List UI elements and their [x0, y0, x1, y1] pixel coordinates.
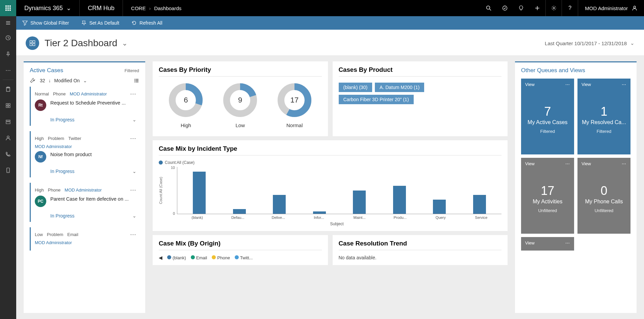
lightbulb-icon[interactable] — [513, 0, 529, 16]
topbar-actions: ? — [481, 0, 578, 16]
product-tag[interactable]: Carbon Fiber 3D Printer 20" (1) — [339, 95, 414, 104]
bar[interactable] — [193, 172, 206, 214]
dashboard-title-dropdown[interactable]: Tier 2 Dashboard ⌄ — [45, 38, 128, 49]
queue-tile[interactable]: View ⋯ 1 My Resolved Ca... Filtered — [577, 79, 630, 154]
list-view-icon[interactable] — [134, 78, 139, 83]
app-launcher-button[interactable] — [0, 0, 16, 16]
tile-label: My Phone Calls — [585, 199, 623, 205]
case-owner[interactable]: MOD Administrator — [65, 187, 102, 193]
chevron-down-icon[interactable]: ⌄ — [132, 169, 136, 174]
chart-title: Case Resolution Trend — [339, 240, 502, 247]
more-icon[interactable]: ⋯ — [565, 161, 570, 166]
sort-field[interactable]: Modified On — [54, 78, 80, 83]
legend-item[interactable]: Phone — [212, 255, 230, 260]
breadcrumb-current[interactable]: Dashboards — [154, 5, 181, 11]
bar[interactable] — [393, 186, 406, 214]
donut-chart[interactable]: 17 Normal — [277, 83, 312, 128]
bar[interactable] — [313, 211, 326, 214]
nav-pinned-icon[interactable] — [0, 46, 16, 62]
refresh-all-button[interactable]: Refresh All — [125, 20, 169, 26]
date-range-dropdown[interactable]: Last Quarter 10/1/2017 - 12/31/2018 ⌄ — [545, 40, 635, 46]
chevron-down-icon[interactable]: ⌄ — [83, 78, 87, 83]
show-global-filter-button[interactable]: Show Global Filter — [16, 20, 75, 26]
case-owner[interactable]: MOD Administrator — [70, 91, 107, 96]
case-owner[interactable]: MOD Administrator — [35, 240, 72, 245]
chevron-down-icon[interactable]: ⌄ — [132, 213, 136, 219]
donut-chart[interactable]: 6 High — [168, 83, 203, 128]
brand-dropdown[interactable]: Dynamics 365 ⌄ — [16, 0, 80, 16]
more-icon[interactable]: ⋯ — [565, 240, 570, 245]
case-status: In Progress — [50, 169, 75, 174]
legend-item[interactable]: Twitt... — [235, 255, 253, 260]
help-icon[interactable]: ? — [562, 0, 578, 16]
queue-tile[interactable]: View ⋯ 7 My Active Cases Filtered — [521, 79, 574, 154]
refresh-icon — [131, 20, 137, 26]
more-icon[interactable]: ⋯ — [622, 82, 626, 87]
nav-contacts-icon[interactable] — [0, 130, 16, 146]
bar[interactable] — [233, 209, 246, 214]
case-title: Parent Case for Item defective on ... — [50, 196, 129, 202]
wrench-icon[interactable] — [30, 78, 35, 83]
queue-tile[interactable]: View ⋯ 0 My Phone Calls Unfiltered — [577, 158, 630, 234]
more-icon[interactable]: ⋯ — [130, 90, 136, 97]
case-priority: High — [35, 136, 44, 141]
chevron-down-icon[interactable]: ⌄ — [132, 117, 136, 122]
dashboard-icon — [26, 36, 39, 50]
nav-more-icon[interactable]: ⋯ — [0, 62, 16, 78]
product-tag[interactable]: A. Datum M200 (1) — [375, 83, 424, 92]
nav-recent-icon[interactable] — [0, 30, 16, 46]
more-icon[interactable]: ⋯ — [130, 231, 136, 238]
tile-view-link[interactable]: View — [525, 240, 535, 245]
chart-title: Cases By Priority — [159, 66, 322, 74]
bar[interactable] — [433, 200, 446, 214]
nav-dashboard-icon[interactable] — [0, 97, 16, 114]
settings-gear-icon[interactable] — [545, 0, 562, 16]
more-icon[interactable]: ⋯ — [622, 161, 626, 166]
case-origin: Problem — [48, 136, 64, 141]
case-card[interactable]: High Phone MOD Administrator ⋯ PC Parent… — [30, 183, 139, 222]
tile-view-link[interactable]: View — [582, 161, 591, 166]
more-icon[interactable]: ⋯ — [130, 135, 136, 142]
bar[interactable] — [473, 195, 486, 214]
case-card[interactable]: Low Problem Email ⋯ MOD Administrator — [30, 227, 139, 251]
set-default-button[interactable]: Set As Default — [75, 20, 125, 26]
user-menu[interactable]: MOD Administrator — [578, 0, 644, 16]
tile-view-link[interactable]: View — [525, 161, 535, 166]
chevron-down-icon: ⌄ — [630, 40, 635, 46]
search-icon[interactable] — [481, 0, 497, 16]
sort-arrow-icon[interactable]: ↓ — [49, 78, 51, 83]
queue-tile[interactable]: View ⋯ — [521, 237, 574, 251]
legend-item[interactable]: (blank) — [167, 255, 186, 260]
bar[interactable] — [353, 191, 366, 214]
nav-queues-icon[interactable] — [0, 114, 16, 130]
svg-rect-22 — [30, 41, 32, 43]
prev-arrow-icon[interactable]: ◀ — [159, 255, 162, 260]
task-clock-icon[interactable] — [497, 0, 513, 16]
tile-number: 0 — [600, 184, 607, 198]
queue-tile[interactable]: View ⋯ 17 My Activities Unfiltered — [521, 158, 574, 234]
nav-toggle-button[interactable] — [0, 16, 16, 30]
case-card[interactable]: High Problem Twitter ⋯ MOD Administrator… — [30, 131, 139, 177]
tile-view-link[interactable]: View — [582, 82, 591, 87]
bar[interactable] — [273, 195, 286, 214]
legend-item[interactable]: Email — [191, 255, 207, 260]
nav-device-icon[interactable] — [0, 162, 16, 178]
more-icon[interactable]: ⋯ — [130, 186, 136, 194]
nav-clipboard-icon[interactable] — [0, 81, 16, 97]
case-title: Noise from product — [50, 152, 92, 157]
case-channel: Twitter — [68, 136, 81, 141]
tile-label: My Active Cases — [527, 119, 567, 125]
svg-rect-26 — [134, 79, 135, 80]
nav-phone-icon[interactable] — [0, 146, 16, 162]
tile-view-link[interactable]: View — [525, 82, 535, 87]
donut-chart[interactable]: 9 Low — [223, 83, 258, 128]
more-icon[interactable]: ⋯ — [565, 82, 570, 87]
tile-number: 1 — [600, 105, 607, 119]
case-owner[interactable]: MOD Administrator — [35, 144, 72, 149]
add-icon[interactable] — [529, 0, 545, 16]
x-tick-label: Delive... — [269, 215, 287, 220]
breadcrumb-root[interactable]: CORE — [131, 5, 146, 11]
tile-number: 7 — [544, 105, 551, 119]
product-tag[interactable]: (blank) (30) — [339, 83, 372, 92]
case-card[interactable]: Normal Phone MOD Administrator ⋯ Rt Requ… — [30, 87, 139, 126]
